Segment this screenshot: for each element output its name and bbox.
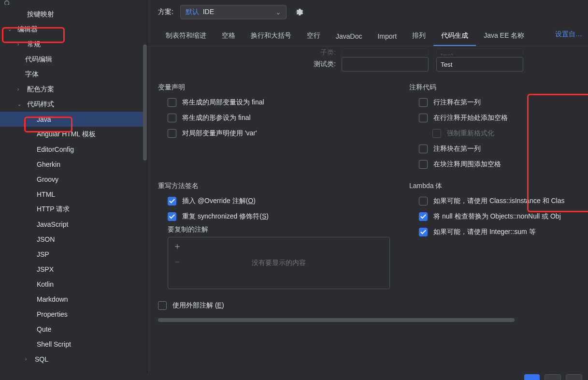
scheme-select[interactable]: 默认 IDE ⌄ — [180, 5, 287, 19]
tree-angular[interactable]: Angular HTML 模板 — [0, 127, 147, 142]
settings-tree: 按键映射 ⌄编辑器 ›常规 代码编辑 字体 ›配色方案 ⌄代码样式 Java A… — [0, 0, 147, 373]
tree-label: SQL — [35, 355, 48, 363]
tree-editor[interactable]: ⌄编辑器 — [0, 22, 147, 37]
subclass-suffix-input[interactable] — [436, 48, 523, 55]
tab-code-generation[interactable]: 代码生成 — [433, 27, 476, 46]
chevron-right-icon: › — [25, 356, 32, 362]
check-line-first-col[interactable]: 行注释在第一列 — [399, 95, 588, 110]
test-prefix-input[interactable] — [342, 57, 429, 72]
tree-label: Kotlin — [37, 280, 54, 288]
checkbox[interactable] — [419, 212, 428, 221]
tree-groovy[interactable]: Groovy — [0, 172, 147, 187]
checkbox[interactable] — [168, 114, 176, 122]
tree-qute[interactable]: Qute — [0, 322, 147, 336]
tree-label: HTTP 请求 — [37, 205, 70, 214]
annotations-list[interactable]: ＋ － 没有要显示的内容 — [168, 237, 390, 289]
list-empty-text: 没有要显示的内容 — [168, 237, 389, 289]
checkbox[interactable] — [419, 98, 428, 107]
tree-sql[interactable]: ›SQL — [0, 351, 147, 366]
tab-javaee[interactable]: Java EE 名称 — [476, 27, 532, 46]
check-param-final[interactable]: 将生成的形参设为 final — [147, 110, 399, 126]
check-use-var[interactable]: 对局部变量声明使用 'var' — [147, 126, 399, 141]
tab-blank-lines[interactable]: 空行 — [299, 27, 328, 46]
tabs-row: 制表符和缩进 空格 换行和大括号 空行 JavaDoc Import 排列 代码… — [147, 26, 588, 46]
tree-label: Java — [37, 116, 51, 123]
checkbox[interactable] — [419, 114, 428, 122]
tree-label: EditorConfig — [37, 146, 74, 153]
checkbox[interactable] — [168, 212, 176, 221]
checkbox[interactable] — [419, 145, 428, 153]
checkbox[interactable] — [419, 228, 428, 236]
tree-http[interactable]: HTTP 请求 — [0, 202, 147, 217]
tree-markdown[interactable]: Markdown — [0, 292, 147, 307]
tree-label: 常规 — [27, 40, 41, 49]
checkbox[interactable] — [168, 98, 176, 107]
tree-code-edit[interactable]: 代码编辑 — [0, 52, 147, 67]
tree-font[interactable]: 字体 — [0, 67, 147, 82]
tree-general[interactable]: ›常规 — [0, 37, 147, 52]
tree-label: 代码样式 — [27, 100, 54, 109]
tree-html[interactable]: HTML — [0, 187, 147, 202]
remove-button[interactable]: － — [172, 256, 183, 267]
tree-color-scheme[interactable]: ›配色方案 — [0, 82, 147, 97]
tree-shell[interactable]: Shell Script — [0, 336, 147, 351]
tree-label: JSPX — [37, 265, 54, 273]
tab-spaces[interactable]: 空格 — [214, 27, 243, 46]
tree-properties[interactable]: Properties — [0, 307, 147, 322]
horizontal-scrollbar[interactable] — [158, 318, 577, 323]
check-block-first-col[interactable]: 注释块在第一列 — [399, 141, 588, 157]
check-block-space[interactable]: 在块注释周围添加空格 — [399, 157, 588, 172]
tab-arrange[interactable]: 排列 — [404, 27, 433, 46]
scrollbar-thumb[interactable] — [143, 44, 147, 161]
tab-wrap-braces[interactable]: 换行和大括号 — [243, 27, 299, 46]
check-label: 使用外部注解 (E) — [172, 301, 224, 310]
tab-javadoc[interactable]: JavaDoc — [328, 28, 370, 46]
set-from-link[interactable]: 设置自… — [555, 30, 582, 39]
tree-javascript[interactable]: JavaScript — [0, 217, 147, 232]
scheme-gear-button[interactable] — [293, 6, 305, 18]
tree-code-style[interactable]: ⌄代码样式 — [0, 97, 147, 112]
dialog-button-bar — [0, 373, 588, 380]
tab-tabs-indents[interactable]: 制表符和缩进 — [158, 27, 214, 46]
scrollbar-thumb[interactable] — [158, 318, 515, 322]
tree-kotlin[interactable]: Kotlin — [0, 277, 147, 292]
tree-jspx[interactable]: JSPX — [0, 262, 147, 277]
test-suffix-input[interactable] — [436, 57, 523, 72]
scheme-default: 默认 — [186, 8, 199, 15]
tree-jsp[interactable]: JSP — [0, 247, 147, 262]
tree-java[interactable]: Java — [0, 112, 147, 127]
checkbox[interactable] — [168, 197, 176, 205]
settings-tree-list[interactable]: 按键映射 ⌄编辑器 ›常规 代码编辑 字体 ›配色方案 ⌄代码样式 Java A… — [0, 5, 147, 373]
check-label: 将生成的局部变量设为 final — [182, 98, 264, 107]
search-row — [0, 0, 147, 5]
apply-button[interactable] — [566, 374, 582, 380]
code-gen-panel[interactable]: 子类: 测试类: 变量声明 将生成的局部变量设为 final 将生成的形参设为 … — [147, 46, 588, 373]
check-label: 如果可能，请使用 Integer::sum 等 — [433, 228, 536, 236]
check-sync[interactable]: 重复 synchronized 修饰符(S) — [147, 209, 399, 224]
add-button[interactable]: ＋ — [172, 240, 183, 252]
checkbox[interactable] — [419, 160, 428, 169]
check-override[interactable]: 插入 @Override 注解(O) — [147, 193, 399, 209]
tree-keymap[interactable]: 按键映射 — [0, 7, 147, 22]
check-local-final[interactable]: 将生成的局部变量设为 final — [147, 95, 399, 110]
subclass-prefix-input[interactable] — [342, 48, 429, 55]
checkbox[interactable] — [419, 197, 428, 205]
check-external-anno[interactable]: 使用外部注解 (E) — [147, 298, 399, 313]
cancel-button[interactable] — [545, 374, 561, 380]
tree-label: Shell Script — [37, 340, 71, 348]
checkbox[interactable] — [168, 129, 176, 138]
tree-gherkin[interactable]: Gherkin — [0, 157, 147, 172]
checkbox[interactable] — [158, 301, 167, 310]
check-lambda-isinstance[interactable]: 如果可能，请使用 Class::isInstance 和 Clas — [399, 193, 588, 209]
check-line-space[interactable]: 在行注释开始处添加空格 — [399, 110, 588, 126]
check-lambda-nonnull[interactable]: 将 null 检查替换为 Objects::nonNull 或 Obj — [399, 209, 588, 224]
check-lambda-sum[interactable]: 如果可能，请使用 Integer::sum 等 — [399, 224, 588, 240]
test-class-label: 测试类: — [279, 60, 342, 69]
check-label: 如果可能，请使用 Class::isInstance 和 Clas — [433, 197, 565, 205]
tree-editorconfig[interactable]: EditorConfig — [0, 142, 147, 157]
ok-button[interactable] — [524, 374, 540, 380]
tree-label: Markdown — [37, 295, 68, 303]
checkbox — [432, 129, 441, 138]
tree-json[interactable]: JSON — [0, 232, 147, 247]
tab-import[interactable]: Import — [370, 28, 404, 46]
